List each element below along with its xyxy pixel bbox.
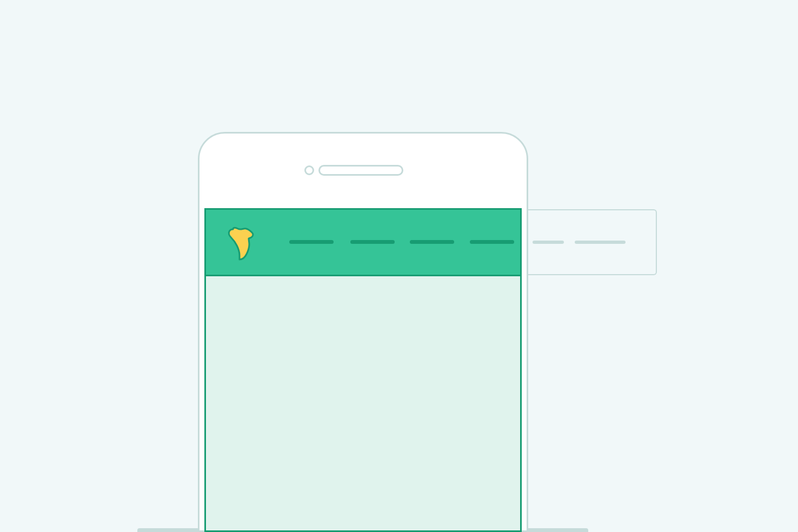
nav-item-placeholder: [289, 240, 334, 244]
nav-item-placeholder: [410, 240, 454, 244]
phone-speaker-icon: [318, 165, 403, 176]
phone-camera-icon: [304, 165, 314, 175]
dog-logo-icon: [226, 226, 264, 262]
overflow-nav-item: [575, 241, 626, 244]
nav-item-placeholder: [350, 240, 395, 244]
overflow-nav-item: [533, 241, 564, 244]
nav-item-placeholder: [470, 240, 514, 244]
